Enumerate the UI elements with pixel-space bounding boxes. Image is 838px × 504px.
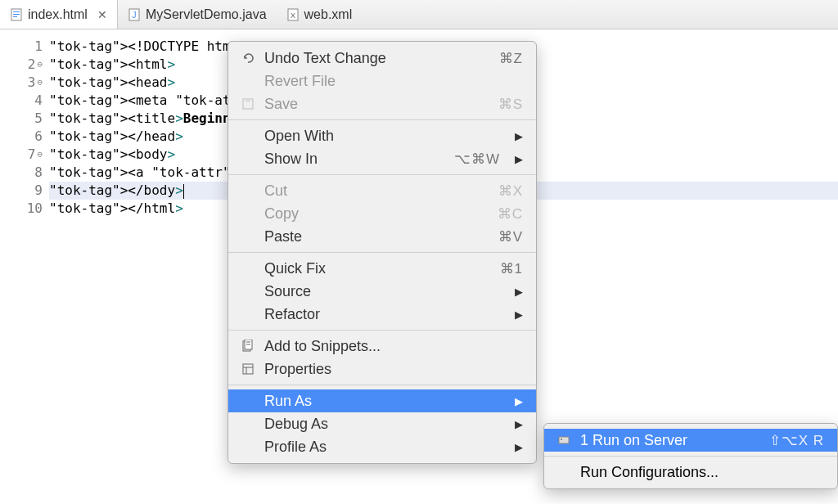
line-number: 6 [0, 128, 43, 146]
menu-label: Revert File [264, 73, 523, 90]
line-number: 4 [0, 92, 43, 110]
shortcut: ⌥⌘W [454, 151, 500, 168]
tab-index-html[interactable]: index.html ✕ [0, 0, 118, 29]
svg-rect-17 [559, 437, 569, 443]
tab-myservletdemo[interactable]: J MyServletDemo.java [118, 0, 277, 29]
menu-separator [228, 330, 536, 331]
shortcut: ⌘S [498, 96, 523, 113]
line-number: 9 [0, 182, 43, 200]
file-html-icon [10, 8, 23, 21]
close-icon[interactable]: ✕ [97, 8, 107, 21]
menu-source[interactable]: Source ▶ [228, 280, 536, 303]
line-number: 1 [0, 38, 43, 56]
tab-label: web.xml [304, 7, 353, 22]
line-number: 8 [0, 164, 43, 182]
menu-undo[interactable]: Undo Text Change ⌘Z [228, 47, 536, 70]
tab-label: index.html [28, 7, 88, 22]
menu-properties[interactable]: Properties [228, 358, 536, 380]
menu-open-with[interactable]: Open With ▶ [228, 124, 536, 147]
line-number: 10 [0, 200, 43, 218]
submenu-arrow-icon: ▶ [515, 418, 523, 430]
svg-rect-14 [243, 364, 253, 374]
menu-label: Run As [264, 393, 500, 410]
snippets-icon [240, 340, 256, 353]
shortcut: ⌘1 [500, 260, 523, 277]
menu-cut[interactable]: Cut ⌘X [228, 179, 536, 202]
menu-separator [228, 252, 536, 253]
submenu-arrow-icon: ▶ [515, 308, 523, 321]
tab-web-xml[interactable]: X web.xml [277, 0, 363, 29]
submenu-arrow-icon: ▶ [515, 441, 523, 453]
svg-text:J: J [132, 11, 136, 20]
menu-label: Quick Fix [264, 260, 492, 277]
undo-icon [240, 52, 256, 65]
editor-tabs: index.html ✕ J MyServletDemo.java X web.… [0, 0, 838, 29]
svg-rect-2 [13, 14, 20, 15]
run-as-submenu: 1 Run on Server ⇧⌥X R Run Configurations… [543, 423, 838, 489]
menu-show-in[interactable]: Show In ⌥⌘W ▶ [228, 147, 536, 170]
shortcut: ⌘X [498, 182, 523, 200]
shortcut: ⇧⌥X R [769, 432, 824, 449]
file-java-icon: J [128, 8, 141, 21]
submenu-arrow-icon: ▶ [515, 286, 523, 298]
menu-debug-as[interactable]: Debug As ▶ [228, 412, 536, 435]
line-number: 5 [0, 110, 43, 128]
menu-snippets[interactable]: Add to Snippets... [228, 335, 536, 358]
menu-label: Add to Snippets... [264, 338, 523, 355]
menu-label: Source [264, 283, 500, 300]
save-icon [240, 97, 256, 110]
menu-revert[interactable]: Revert File [228, 70, 536, 92]
menu-separator [228, 119, 536, 120]
tab-label: MyServletDemo.java [146, 7, 267, 22]
submenu-arrow-icon: ▶ [515, 395, 523, 407]
line-gutter: 12⊖3⊖4567⊖8910 [0, 38, 49, 504]
menu-separator [544, 456, 837, 457]
svg-rect-3 [13, 16, 17, 17]
menu-label: Paste [264, 228, 490, 245]
svg-rect-1 [13, 11, 20, 12]
menu-refactor[interactable]: Refactor ▶ [228, 303, 536, 326]
menu-label: Copy [264, 205, 489, 223]
menu-label: Profile As [264, 439, 500, 456]
svg-rect-18 [561, 439, 562, 440]
shortcut: ⌘Z [499, 50, 523, 67]
menu-label: Debug As [264, 416, 500, 433]
submenu-arrow-icon: ▶ [515, 130, 523, 142]
menu-copy[interactable]: Copy ⌘C [228, 202, 536, 225]
menu-save[interactable]: Save ⌘S [228, 92, 536, 115]
shortcut: ⌘C [498, 205, 523, 223]
submenu-label: 1 Run on Server [580, 432, 761, 449]
submenu-run-on-server[interactable]: 1 Run on Server ⇧⌥X R [544, 429, 837, 452]
shortcut: ⌘V [498, 228, 523, 245]
menu-label: Undo Text Change [264, 50, 491, 67]
svg-text:X: X [291, 11, 295, 20]
menu-label: Properties [264, 361, 523, 378]
properties-icon [240, 362, 256, 376]
line-number: 2⊖ [0, 56, 43, 74]
menu-label: Refactor [264, 306, 500, 323]
menu-paste[interactable]: Paste ⌘V [228, 225, 536, 248]
submenu-label: Run Configurations... [580, 464, 824, 481]
menu-quick-fix[interactable]: Quick Fix ⌘1 [228, 257, 536, 280]
submenu-run-config[interactable]: Run Configurations... [544, 461, 837, 484]
context-menu: Undo Text Change ⌘Z Revert File Save ⌘S … [228, 41, 537, 464]
menu-label: Show In [264, 151, 446, 168]
svg-rect-9 [246, 99, 250, 102]
menu-profile-as[interactable]: Profile As ▶ [228, 435, 536, 458]
line-number: 3⊖ [0, 74, 43, 92]
menu-separator [228, 385, 536, 385]
file-xml-icon: X [286, 8, 300, 21]
server-icon [556, 434, 572, 447]
submenu-arrow-icon: ▶ [515, 153, 523, 165]
menu-separator [228, 174, 536, 175]
menu-label: Open With [264, 128, 500, 145]
menu-run-as[interactable]: Run As ▶ [228, 389, 536, 412]
line-number: 7⊖ [0, 146, 43, 164]
menu-label: Cut [264, 182, 490, 200]
menu-label: Save [264, 96, 490, 113]
